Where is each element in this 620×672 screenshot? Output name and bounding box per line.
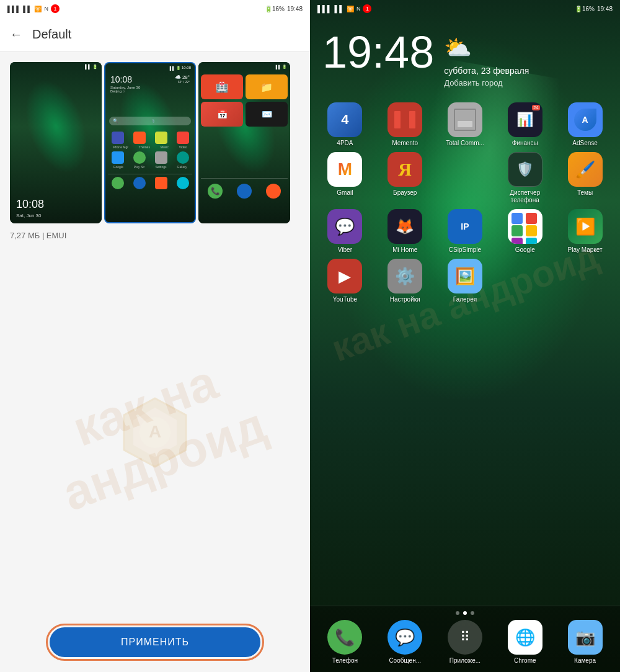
app-themes-label: Темы <box>577 189 593 197</box>
dock-phone[interactable]: 📞 Телефон <box>317 620 373 665</box>
card1-date: Sat, Jun 30 <box>16 213 41 218</box>
r-right-icons: 🔋16% 19:48 <box>575 6 613 12</box>
clock-display: 19:48 <box>322 30 434 74</box>
lock-date: суббота, 23 февраля <box>444 66 529 76</box>
app-totalcmd[interactable]: Total Comm... <box>438 102 493 147</box>
app-mihome-label: Mi Home <box>392 246 417 254</box>
dock-apps: 📞 Телефон 💬 Сообщен... ⠿ Приложе... 🌐 <box>317 620 613 665</box>
app-4pda[interactable]: 4 4PDA <box>317 102 373 147</box>
weather-icon: ⛅ <box>444 35 529 61</box>
app-settings-label: Настройки <box>390 296 420 303</box>
app-themes[interactable]: 🖌️ Темы <box>557 152 613 204</box>
lock-right-info: ⛅ суббота, 23 февраля Добавить город <box>444 30 529 87</box>
app-gmail-label: Gmail <box>337 189 353 197</box>
page-dot-3[interactable] <box>471 611 474 615</box>
app-adsense-label: AdSense <box>572 140 598 147</box>
card3-status: ▌▌ 🔋 <box>198 65 290 69</box>
card1-status: ▌▌🔋 <box>10 65 102 69</box>
nfc-label: N <box>44 6 48 12</box>
card3-dock: 📞 <box>201 178 288 199</box>
apply-button[interactable]: ПРИМЕНИТЬ <box>50 627 260 657</box>
dock-apps-icon[interactable]: ⠿ Приложе... <box>438 620 493 665</box>
app-dialer-mgr[interactable]: 🛡️ Диспетчер телефона <box>497 152 552 204</box>
badge-icon: 1 <box>51 4 60 13</box>
card2-weather: ☁️ 28° 32° / 22° <box>175 74 190 84</box>
app-browser[interactable]: Я Браузер <box>378 152 433 204</box>
signal-icons-right: ▌▌▌ ▌▌ 🛜 N 1 <box>317 4 371 13</box>
r-time: 19:48 <box>597 6 613 12</box>
page-dots <box>317 611 613 615</box>
card2-search: 🔍 🎙️ <box>109 117 191 125</box>
app-csip[interactable]: IP CSipSimple <box>438 209 493 254</box>
file-info: 7,27 МБ | EMUI <box>0 223 310 248</box>
r-nfc: N <box>356 6 361 12</box>
lock-screen-info: 19:48 ⛅ суббота, 23 февраля Добавить гор… <box>310 17 620 87</box>
lock-city: Добавить город <box>444 78 529 87</box>
app-mihome[interactable]: 🦊 Mi Home <box>378 209 433 254</box>
dock-messages-label: Сообщен... <box>389 657 421 665</box>
app-dialer-label: Диспетчер телефона <box>497 189 552 204</box>
app-finance[interactable]: 📊 24 Финансы <box>497 102 552 147</box>
r-wifi: 🛜 <box>347 6 354 12</box>
theme-card-2[interactable]: ▌▌ 🔋 10:08 10:08 Saturday, June 30 Beiji… <box>104 62 196 223</box>
themes-grid: ▌▌🔋 10:08 Sat, Jun 30 ▌▌ 🔋 10:08 10:08 S… <box>0 52 310 223</box>
page-dot-1[interactable] <box>456 611 459 615</box>
card3-app-grid: 🏥 📁 📅 ✉️ <box>201 74 288 127</box>
header-bar: ← Default <box>0 17 310 52</box>
app-finance-label: Финансы <box>512 140 538 147</box>
right-status-left: 🔋16% 19:48 <box>265 6 303 12</box>
left-panel: ▌▌▌ ▌▌ 🛜 N 1 🔋16% 19:48 ← Default ▌▌🔋 10… <box>0 0 310 672</box>
card2-date: Saturday, June 30 Beijing ○ <box>110 86 140 93</box>
r-signal1: ▌▌▌ <box>317 5 332 12</box>
battery-icon: 🔋16% <box>265 6 285 12</box>
watermark-icon: A <box>118 395 192 470</box>
dock-apps-label: Приложе... <box>450 657 480 665</box>
card2-time: 10:08 <box>110 74 132 84</box>
dock-chrome[interactable]: 🌐 Chrome <box>497 620 552 665</box>
app-playstore[interactable]: ▶️ Play Маркет <box>557 209 613 254</box>
signal2-icon: ▌▌ <box>23 6 32 12</box>
app-browser-label: Браузер <box>393 189 417 197</box>
page-dot-2[interactable] <box>463 611 467 615</box>
card1-time: 10:08 <box>16 198 44 211</box>
app-memento[interactable]: Memento <box>378 102 433 147</box>
app-google[interactable]: Google <box>497 209 552 254</box>
theme-card-3[interactable]: ▌▌ 🔋 🏥 📁 📅 ✉️ 📞 <box>198 62 290 223</box>
dock-bar: 📞 Телефон 💬 Сообщен... ⠿ Приложе... 🌐 <box>310 606 620 672</box>
status-bar-right: ▌▌▌ ▌▌ 🛜 N 1 🔋16% 19:48 <box>310 0 620 17</box>
app-google-label: Google <box>515 246 535 254</box>
svg-text:A: A <box>149 422 161 441</box>
watermark-area: как наандроид A <box>0 248 310 617</box>
app-gallery-label: Галерея <box>453 296 477 303</box>
app-youtube-label: YouTube <box>333 296 357 303</box>
app-csip-label: CSipSimple <box>449 246 481 254</box>
app-viber[interactable]: 💬 Viber <box>317 209 373 254</box>
dock-chrome-label: Chrome <box>514 657 536 665</box>
time-display-left: 19:48 <box>287 6 303 12</box>
wifi-icon: 🛜 <box>34 6 42 12</box>
dock-camera[interactable]: 📷 Камера <box>557 620 613 665</box>
right-panel: как на андроид ▌▌▌ ▌▌ 🛜 N 1 🔋16% 19:48 1… <box>310 0 620 672</box>
back-button[interactable]: ← <box>10 27 22 42</box>
dock-phone-label: Телефон <box>332 657 358 665</box>
app-gallery[interactable]: 🖼️ Галерея <box>438 259 493 303</box>
dock-camera-label: Камера <box>574 657 596 665</box>
card2-app-area: Phone MgrThemesMusicVideo GooglePlay Str… <box>108 132 192 190</box>
card2-status: ▌▌ 🔋 10:08 <box>105 66 195 70</box>
dock-messages[interactable]: 💬 Сообщен... <box>378 620 433 665</box>
app-settings[interactable]: ⚙️ Настройки <box>378 259 433 303</box>
signal-icons-left: ▌▌▌ ▌▌ 🛜 N 1 <box>7 4 60 13</box>
app-gmail[interactable]: M Gmail <box>317 152 373 204</box>
app-totalcmd-label: Total Comm... <box>446 140 484 147</box>
app-youtube[interactable]: ▶ YouTube <box>317 259 373 303</box>
page-title: Default <box>32 27 71 42</box>
app-4pda-label: 4PDA <box>337 140 353 147</box>
theme-card-1[interactable]: ▌▌🔋 10:08 Sat, Jun 30 <box>10 62 102 223</box>
status-bar-left: ▌▌▌ ▌▌ 🛜 N 1 🔋16% 19:48 <box>0 0 310 17</box>
r-signal2: ▌▌ <box>334 5 344 12</box>
r-battery: 🔋16% <box>575 6 595 12</box>
r-badge: 1 <box>363 4 371 13</box>
app-grid: 4 4PDA Memento Total Comm... 📊 24 <box>310 87 620 308</box>
app-adsense[interactable]: A AdSense <box>557 102 613 147</box>
app-viber-label: Viber <box>338 246 352 254</box>
